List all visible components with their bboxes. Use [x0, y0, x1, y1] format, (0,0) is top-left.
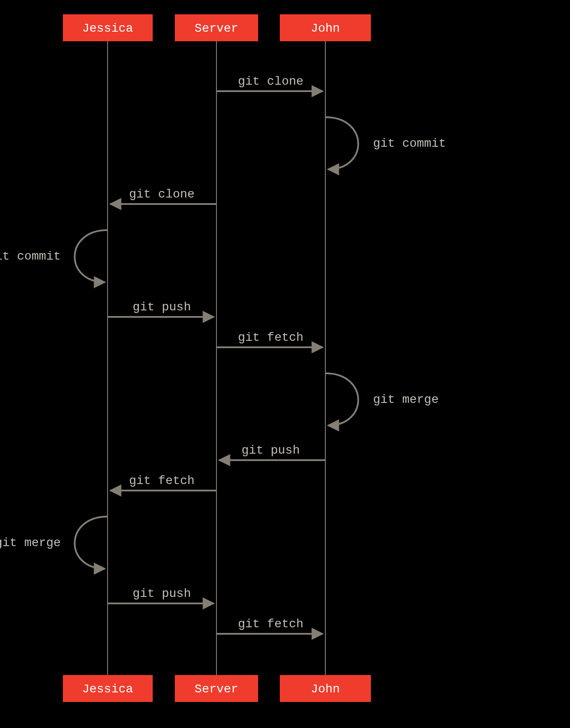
message-label: git commit	[0, 250, 61, 263]
actor-label: Server	[195, 682, 239, 696]
actor-jessica-top: Jessica	[63, 14, 153, 41]
message-label: git clone	[129, 188, 194, 201]
message-label: git clone	[238, 75, 303, 88]
self-message-arrow	[325, 373, 358, 425]
actor-jessica-bottom: Jessica	[63, 675, 153, 702]
self-message-arrow	[75, 230, 108, 282]
actor-label: John	[311, 682, 340, 696]
message-label: git merge	[0, 536, 61, 550]
message-label: git fetch	[238, 617, 303, 631]
actor-label: Jessica	[82, 22, 133, 35]
message-label: git push	[133, 300, 191, 314]
message-label: git fetch	[238, 331, 303, 344]
message-label: git merge	[373, 393, 439, 406]
self-message-arrow	[75, 517, 108, 569]
actor-label: Server	[195, 22, 239, 35]
message-label: git fetch	[129, 474, 194, 488]
actor-server-top: Server	[175, 14, 258, 41]
sequence-diagram: Jessica Server John git clone git commit…	[0, 0, 570, 728]
actor-john-bottom: John	[280, 675, 371, 702]
message-label: git commit	[373, 137, 446, 150]
actor-john-top: John	[280, 14, 371, 41]
actor-label: Jessica	[82, 682, 133, 696]
message-label: git push	[133, 587, 191, 600]
message-label: git push	[242, 444, 300, 457]
actor-server-bottom: Server	[175, 675, 258, 702]
self-message-arrow	[325, 117, 358, 169]
actor-label: John	[311, 22, 340, 35]
